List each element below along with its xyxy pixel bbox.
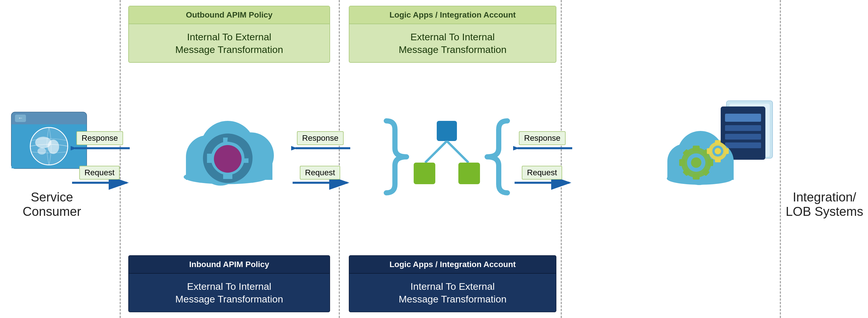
svg-text:←: ← [18,115,23,121]
integration-lob-icon [654,98,775,200]
bottom-box-inbound-apim: Inbound APIM Policy External To Internal… [128,255,330,312]
svg-rect-59 [725,148,729,154]
request-arrow-2: Request [291,176,352,190]
response-arrow-2: Response [291,141,352,155]
svg-point-10 [48,140,59,154]
svg-line-21 [425,141,447,163]
svg-rect-57 [715,158,721,162]
svg-rect-32 [725,114,761,122]
response-arrow-3: Response [513,141,574,155]
response-label-2: Response [297,131,344,145]
svg-rect-47 [679,159,685,166]
bottom-box-1-body: External To Internal Message Transformat… [129,274,330,312]
top-box-2-body: External To Internal Message Transformat… [349,24,556,62]
bottom-box-logic-apps: Logic Apps / Integration Account Interna… [349,255,556,312]
svg-rect-35 [725,142,761,148]
svg-rect-56 [715,140,721,144]
request-label-1: Request [79,166,120,180]
dashed-line-2 [339,0,340,318]
svg-point-44 [691,157,702,168]
top-box-2-header: Logic Apps / Integration Account [349,6,556,24]
request-label-3: Request [522,166,562,180]
top-box-1-header: Outbound APIM Policy [129,6,330,24]
request-label-2: Request [300,166,340,180]
bottom-box-2-header: Logic Apps / Integration Account [349,256,556,274]
dashed-line-1 [120,0,121,318]
svg-rect-20 [437,121,457,141]
svg-point-11 [37,148,46,154]
dashed-line-3 [561,0,562,318]
logic-apps-icon [378,106,516,208]
dashed-line-4 [780,0,781,318]
svg-line-22 [447,141,468,163]
svg-point-55 [715,148,721,154]
cloud-apim-icon [164,98,306,208]
integration-lob-label: Integration/ LOB Systems [784,190,865,219]
svg-rect-48 [707,159,713,166]
request-arrow-1: Request [71,176,131,190]
bottom-box-1-header: Inbound APIM Policy [129,256,330,274]
response-label-3: Response [519,131,566,145]
top-box-1-body: Internal To External Message Transformat… [129,24,330,62]
top-box-outbound-apim: Outbound APIM Policy Internal To Externa… [128,6,330,63]
bottom-box-2-body: Internal To External Message Transformat… [349,274,556,312]
svg-point-19 [214,145,242,173]
svg-rect-24 [458,163,480,184]
service-consumer-label: Service Consumer [9,190,95,219]
svg-rect-58 [707,148,711,154]
top-box-logic-apps-top: Logic Apps / Integration Account Externa… [349,6,556,63]
diagram-container: Outbound APIM Policy Internal To Externa… [0,0,868,318]
svg-rect-23 [414,163,435,184]
svg-rect-33 [725,125,761,131]
svg-rect-34 [725,134,761,140]
response-arrow-1: Response [71,141,131,155]
svg-rect-45 [693,146,700,151]
svg-rect-46 [693,174,700,180]
request-arrow-3: Request [513,176,574,190]
response-label-1: Response [76,131,123,145]
